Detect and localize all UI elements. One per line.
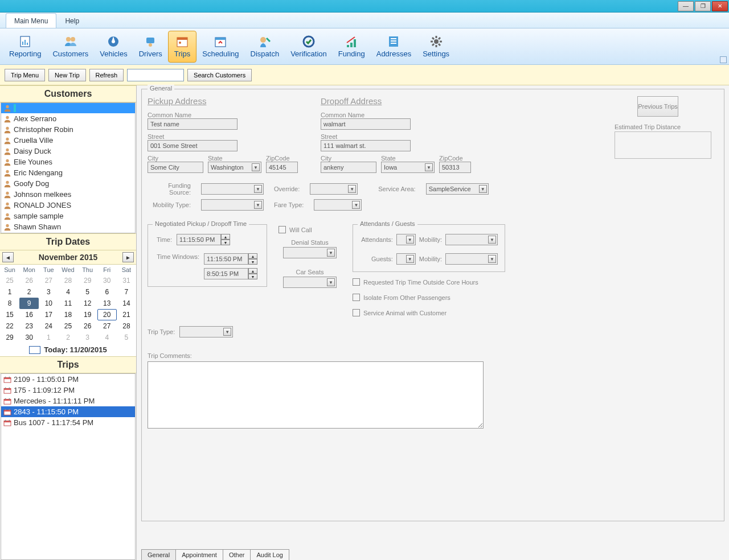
customer-row[interactable]: Johnson melkees bbox=[1, 189, 135, 200]
calendar-day[interactable]: 29 bbox=[0, 332, 19, 343]
trip-type-select[interactable]: ▼ bbox=[179, 326, 233, 337]
calendar-day[interactable]: 7 bbox=[117, 286, 136, 298]
trip-menu-button[interactable]: Trip Menu bbox=[5, 69, 45, 81]
calendar-day[interactable]: 3 bbox=[39, 286, 58, 298]
ribbon-verification[interactable]: Verification bbox=[285, 31, 333, 63]
customer-row[interactable]: Shawn Shawn bbox=[1, 221, 135, 232]
spin-down-icon[interactable]: ▼ bbox=[248, 274, 257, 279]
ribbon-overflow-icon[interactable] bbox=[720, 56, 727, 63]
spin-up-icon[interactable]: ▲ bbox=[248, 268, 257, 274]
customers-list[interactable]: Alex SerranoChristopher RobinCruella Vil… bbox=[1, 102, 136, 233]
trip-row[interactable]: 2843 - 11:15:50 PM bbox=[1, 406, 135, 417]
calendar-day[interactable]: 21 bbox=[117, 309, 136, 320]
trip-row[interactable]: Bus 1007 - 11:17:54 PM bbox=[1, 417, 135, 428]
customer-row[interactable]: sample sample bbox=[1, 211, 135, 221]
customer-row[interactable] bbox=[1, 103, 135, 113]
guests-select[interactable]: ▼ bbox=[396, 253, 416, 265]
calendar-day[interactable]: 1 bbox=[39, 332, 58, 343]
ribbon-dispatch[interactable]: Dispatch bbox=[245, 31, 285, 63]
will-call-checkbox[interactable]: Will Call bbox=[279, 226, 341, 233]
pickup-state-select[interactable]: Washington▼ bbox=[208, 162, 261, 173]
minimize-button[interactable]: — bbox=[678, 1, 694, 11]
ribbon-funding[interactable]: Funding bbox=[333, 31, 371, 63]
ribbon-reporting[interactable]: Reporting bbox=[3, 31, 47, 63]
tab-audit-log[interactable]: Audit Log bbox=[250, 549, 289, 560]
calendar-day[interactable]: 18 bbox=[58, 309, 77, 320]
ribbon-addresses[interactable]: Addresses bbox=[371, 31, 417, 63]
calendar-next-button[interactable]: ► bbox=[122, 252, 134, 262]
pickup-zip-input[interactable] bbox=[266, 162, 298, 173]
calendar-day[interactable]: 14 bbox=[117, 298, 136, 309]
time-spinner[interactable]: ▲▼ bbox=[177, 234, 230, 245]
calendar-day[interactable]: 6 bbox=[97, 286, 117, 298]
g-mobility-select[interactable]: ▼ bbox=[445, 253, 498, 265]
calendar-day[interactable]: 24 bbox=[39, 320, 58, 332]
pickup-street-input[interactable] bbox=[148, 140, 237, 151]
ribbon-vehicles[interactable]: Vehicles bbox=[94, 31, 133, 63]
calendar-day[interactable]: 19 bbox=[78, 309, 97, 320]
calendar-day[interactable]: 5 bbox=[78, 286, 97, 298]
tw2-spinner[interactable]: ▲▼ bbox=[204, 268, 257, 279]
calendar-day[interactable]: 25 bbox=[58, 320, 77, 332]
a-mobility-select[interactable]: ▼ bbox=[445, 234, 498, 245]
dropoff-street-input[interactable] bbox=[321, 140, 411, 151]
previous-trips-button[interactable]: Previous Trips bbox=[637, 96, 678, 117]
calendar-day[interactable]: 23 bbox=[19, 320, 39, 332]
customer-row[interactable]: Alex Serrano bbox=[1, 113, 135, 124]
trip-row[interactable]: 175 - 11:09:12 PM bbox=[1, 385, 135, 396]
calendar-day[interactable]: 25 bbox=[0, 275, 19, 286]
tab-other[interactable]: Other bbox=[223, 549, 251, 560]
search-customers-button[interactable]: Search Customers bbox=[187, 69, 252, 81]
trip-row[interactable]: 2109 - 11:05:01 PM bbox=[1, 374, 135, 385]
calendar-day[interactable]: 17 bbox=[39, 309, 58, 320]
calendar-day[interactable]: 15 bbox=[0, 309, 19, 320]
dropoff-state-select[interactable]: Iowa▼ bbox=[381, 162, 435, 173]
mobility-type-select[interactable]: ▼ bbox=[201, 199, 264, 211]
pickup-common-name-input[interactable] bbox=[148, 118, 237, 130]
ribbon-scheduling[interactable]: Scheduling bbox=[196, 31, 244, 63]
car-seats-select[interactable]: ▼ bbox=[283, 277, 337, 288]
funding-source-select[interactable]: ▼ bbox=[201, 183, 264, 195]
search-input[interactable] bbox=[127, 69, 184, 81]
tw1-input[interactable] bbox=[204, 253, 248, 265]
trips-list[interactable]: 2109 - 11:05:01 PM175 - 11:09:12 PMMerce… bbox=[1, 373, 136, 560]
calendar-day[interactable]: 4 bbox=[58, 286, 77, 298]
customer-row[interactable]: Elie Younes bbox=[1, 157, 135, 167]
ribbon-drivers[interactable]: Drivers bbox=[133, 31, 168, 63]
calendar-day[interactable]: 10 bbox=[39, 298, 58, 309]
customer-row[interactable]: Cruella Ville bbox=[1, 135, 135, 146]
ribbon-customers[interactable]: Customers bbox=[47, 31, 94, 63]
calendar-day[interactable]: 2 bbox=[58, 332, 77, 343]
menu-help[interactable]: Help bbox=[56, 13, 88, 28]
close-button[interactable]: ✕ bbox=[712, 1, 728, 11]
tab-general[interactable]: General bbox=[141, 549, 176, 560]
calendar-day[interactable]: 31 bbox=[117, 275, 136, 286]
tw2-input[interactable] bbox=[204, 268, 248, 279]
calendar-day[interactable]: 26 bbox=[78, 320, 97, 332]
calendar-day[interactable]: 4 bbox=[97, 332, 117, 343]
trip-comments-input[interactable] bbox=[148, 361, 484, 429]
customer-row[interactable]: Daisy Duck bbox=[1, 146, 135, 157]
calendar-day[interactable]: 30 bbox=[19, 332, 39, 343]
maximize-button[interactable]: ❐ bbox=[695, 1, 711, 11]
calendar-day[interactable]: 5 bbox=[117, 332, 136, 343]
dropoff-common-name-input[interactable] bbox=[321, 118, 411, 130]
customer-row[interactable]: Christopher Robin bbox=[1, 124, 135, 135]
customer-row[interactable]: RONALD JONES bbox=[1, 200, 135, 211]
time-input[interactable] bbox=[177, 234, 221, 245]
tab-appointment[interactable]: Appointment bbox=[175, 549, 223, 560]
spin-down-icon[interactable]: ▼ bbox=[248, 259, 257, 265]
calendar-day[interactable]: 12 bbox=[78, 298, 97, 309]
calendar-prev-button[interactable]: ◄ bbox=[2, 252, 14, 262]
menu-main-menu[interactable]: Main Menu bbox=[6, 13, 56, 28]
calendar-day[interactable]: 8 bbox=[0, 298, 19, 309]
refresh-button[interactable]: Refresh bbox=[89, 69, 124, 81]
spin-up-icon[interactable]: ▲ bbox=[221, 234, 230, 240]
calendar-day[interactable]: 22 bbox=[0, 320, 19, 332]
calendar-day[interactable]: 27 bbox=[39, 275, 58, 286]
customer-row[interactable]: Goofy Dog bbox=[1, 178, 135, 189]
calendar-day[interactable]: 1 bbox=[0, 286, 19, 298]
calendar-day[interactable]: 3 bbox=[78, 332, 97, 343]
spin-up-icon[interactable]: ▲ bbox=[248, 253, 257, 259]
tw1-spinner[interactable]: ▲▼ bbox=[204, 253, 257, 265]
